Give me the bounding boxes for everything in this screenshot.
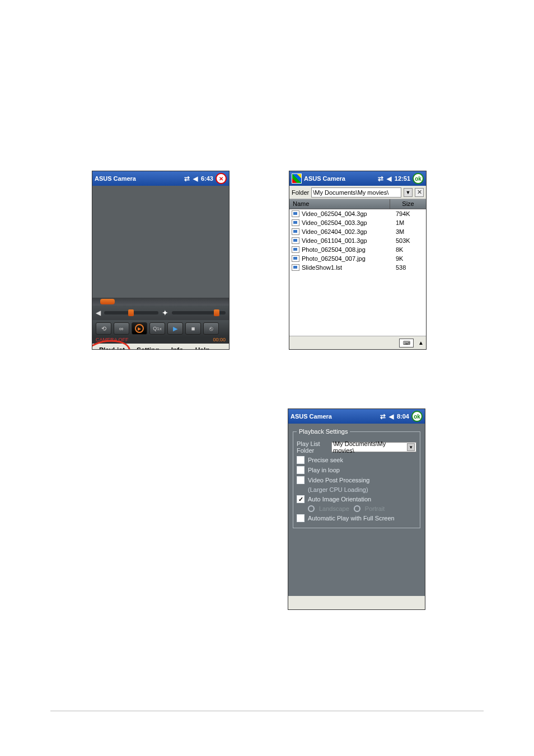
auto-orient-checkbox[interactable] (297, 495, 305, 503)
bottombar: ⌨ ▲ (289, 336, 426, 349)
folder-label: Folder (292, 189, 309, 196)
volume-icon[interactable] (389, 413, 394, 420)
video-viewport (92, 186, 229, 298)
playlist-folder-select[interactable]: \My Documents\My movies\ ▼ (331, 442, 416, 452)
sliders-row: ◀ ✦ (92, 306, 229, 320)
keyboard-icon[interactable]: ⌨ (399, 339, 414, 348)
auto-orient-row: Auto Image Orientation (297, 495, 416, 503)
menu-info[interactable]: Info (166, 345, 189, 350)
playback-settings-group: Playback Settings Play List Folder \My D… (293, 428, 420, 528)
file-row[interactable]: Video_062504_003.3gp1M (289, 218, 426, 227)
file-icon (292, 210, 299, 217)
file-icon (292, 228, 299, 235)
titlebar: ASUS Camera 8:04 ok (288, 409, 425, 424)
stop-button[interactable]: ■ (185, 322, 201, 335)
folder-input[interactable] (311, 187, 401, 198)
page-divider (50, 711, 484, 711)
portrait-radio[interactable] (354, 505, 360, 512)
clock: 12:51 (395, 175, 410, 182)
file-name: Photo_062504_008.jpg (302, 246, 396, 253)
settings-screen: ASUS Camera 8:04 ok Playback Settings Pl… (288, 408, 425, 610)
close-icon[interactable]: ✕ (216, 173, 227, 184)
flip-h-icon[interactable]: ⟲ (96, 322, 111, 335)
play-in-loop-checkbox[interactable] (297, 466, 305, 474)
file-size: 3M (396, 228, 424, 235)
status-icons: 12:51 (378, 175, 410, 182)
file-icon (292, 246, 299, 253)
file-list: Video_062504_004.3gp794KVideo_062504_003… (289, 209, 426, 336)
app-title: ASUS Camera (291, 413, 378, 420)
volume-icon[interactable] (193, 175, 198, 182)
auto-orient-label: Auto Image Orientation (308, 496, 371, 503)
column-size[interactable]: Size (390, 199, 426, 209)
menu-playlist[interactable]: PlayList (93, 345, 130, 350)
orientation-radios: Landscape Portrait (308, 505, 416, 512)
menu-up-icon[interactable]: ▲ (418, 340, 424, 346)
file-row[interactable]: Video_062404_002.3gp3M (289, 227, 426, 236)
brightness-icon[interactable]: ✦ (162, 308, 168, 317)
play-button[interactable]: ▶ (167, 322, 183, 335)
volume-icon[interactable] (387, 175, 391, 182)
video-post-label: Video Post Processing (308, 477, 369, 483)
file-size: 1M (396, 219, 424, 226)
video-post-checkbox[interactable] (297, 476, 305, 484)
file-name: Video_061104_001.3gp (302, 237, 396, 244)
group-legend: Playback Settings (297, 428, 350, 435)
speaker-icon[interactable]: ◀ (96, 309, 101, 317)
record-button[interactable]: ▶ (132, 322, 147, 335)
playlist-folder-value: \My Documents\My movies\ (333, 440, 407, 454)
file-row[interactable]: Photo_062504_008.jpg8K (289, 245, 426, 254)
file-icon (292, 219, 299, 226)
settings-body: Playback Settings Play List Folder \My D… (288, 424, 425, 533)
file-row[interactable]: Photo_062504_007.jpg9K (289, 254, 426, 263)
video-post-sublabel: (Larger CPU Loading) (308, 486, 416, 493)
file-icon (292, 255, 299, 262)
auto-full-checkbox[interactable] (297, 514, 305, 522)
connection-icon[interactable] (380, 412, 386, 420)
file-row[interactable]: Video_062504_004.3gp794K (289, 209, 426, 218)
close-icon[interactable]: ✕ (415, 188, 424, 197)
clock: 8:04 (397, 413, 409, 420)
volume-slider[interactable] (104, 311, 158, 314)
file-row[interactable]: SlideShow1.lst538 (289, 263, 426, 272)
titlebar: ASUS Camera 6:43 ✕ (92, 171, 229, 186)
brightness-thumb[interactable] (214, 309, 219, 316)
ok-button[interactable]: ok (413, 173, 424, 184)
auto-full-row: Automatic Play with Full Screen (297, 514, 416, 522)
file-size: 503K (396, 237, 424, 244)
connection-icon[interactable] (184, 175, 190, 182)
folder-row: Folder ▼ ✕ (289, 186, 426, 199)
playlist-folder-row: Play List Folder \My Documents\My movies… (297, 440, 416, 454)
start-icon[interactable] (292, 173, 302, 184)
status-icons: 6:43 (184, 175, 213, 182)
file-name: Photo_062504_007.jpg (302, 255, 396, 262)
playback-time: 00:00 (213, 337, 226, 344)
eject-button[interactable]: ⎋ (203, 322, 219, 335)
zoom-button[interactable]: Q1x (149, 322, 165, 335)
connection-icon[interactable] (378, 175, 383, 182)
chevron-down-icon[interactable]: ▼ (407, 443, 415, 451)
seek-thumb[interactable] (100, 299, 115, 304)
precise-seek-checkbox[interactable] (297, 456, 305, 464)
chevron-down-icon[interactable]: ▼ (404, 188, 413, 197)
column-name[interactable]: Name (289, 199, 390, 209)
landscape-radio[interactable] (308, 505, 315, 512)
file-icon (292, 237, 299, 244)
file-name: SlideShow1.lst (302, 264, 396, 271)
playlist-folder-label: Play List Folder (297, 440, 328, 454)
flip-v-icon[interactable]: ∞ (114, 322, 129, 335)
titlebar: ASUS Camera 12:51 ok (289, 171, 426, 186)
menu-setting[interactable]: Setting (131, 345, 165, 350)
menu-help[interactable]: Help (190, 345, 216, 350)
auto-full-label: Automatic Play with Full Screen (308, 515, 395, 522)
ok-button[interactable]: ok (411, 411, 423, 422)
brightness-slider[interactable] (172, 311, 226, 314)
app-title: ASUS Camera (95, 175, 182, 182)
volume-thumb[interactable] (128, 309, 134, 316)
seek-bar[interactable] (92, 298, 229, 306)
bottombar (288, 596, 425, 609)
player-screen: ASUS Camera 6:43 ✕ ◀ ✦ ⟲ ∞ ▶ Q1x ▶ ■ ⎋ C… (92, 171, 229, 350)
file-row[interactable]: Video_061104_001.3gp503K (289, 236, 426, 245)
file-headers: Name Size (289, 199, 426, 209)
portrait-label: Portrait (365, 505, 385, 512)
